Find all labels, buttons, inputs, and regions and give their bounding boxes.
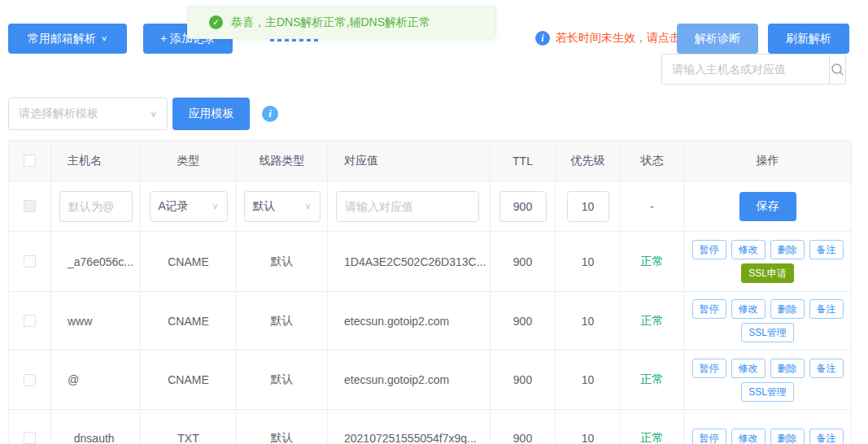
priority-input[interactable] — [567, 191, 609, 222]
note-button[interactable]: 备注 — [809, 240, 844, 259]
cell-value: 1D4A3E2C502C26D313C... — [328, 232, 491, 291]
cell-ttl: 900 — [491, 232, 556, 291]
cell-type: CNAME — [141, 350, 237, 409]
chevron-down-icon: ∨ — [212, 201, 218, 211]
notice-group: i 若长时间未生效，请点击： — [535, 31, 692, 46]
search-icon — [831, 63, 844, 76]
header-type: 类型 — [141, 141, 237, 181]
chevron-down-icon: ∨ — [150, 108, 157, 120]
ssl-manage-button[interactable]: SSL管理 — [741, 323, 794, 342]
delete-button[interactable]: 删除 — [770, 359, 805, 378]
ttl-input[interactable] — [499, 191, 547, 222]
row-checkbox[interactable] — [24, 315, 36, 327]
edit-button[interactable]: 修改 — [731, 240, 765, 259]
table-header-row: 主机名 类型 线路类型 对应值 TTL 优先级 状态 操作 — [9, 141, 851, 181]
cell-value: etecsun.gotoip2.com — [328, 292, 491, 350]
dns-records-page: 常用邮箱解析 ∨ + 添加记录 ✓ 恭喜，主DNS解析正常,辅DNS解析正常 i… — [0, 0, 868, 444]
record-type-value: A记录 — [159, 199, 189, 214]
delete-button[interactable]: 删除 — [770, 299, 805, 319]
pause-button[interactable]: 暂停 — [692, 299, 726, 319]
table-row: @ CNAME 默认 etecsun.gotoip2.com 900 10 正常… — [9, 350, 851, 410]
edit-button[interactable]: 修改 — [731, 299, 765, 319]
table-row: _dnsauth TXT 默认 202107251555054f7x9q... … — [9, 410, 851, 444]
cell-hostname: _dnsauth — [51, 410, 141, 444]
cell-type: TXT — [141, 410, 237, 444]
row-checkbox[interactable] — [24, 255, 36, 268]
cell-hostname: @ — [51, 350, 141, 409]
dns-records-table: 主机名 类型 线路类型 对应值 TTL 优先级 状态 操作 A记录 ∨ — [8, 140, 852, 444]
new-record-status: - — [621, 181, 684, 231]
cell-priority: 10 — [556, 232, 621, 291]
note-button[interactable]: 备注 — [809, 429, 844, 444]
cell-hostname: www — [51, 292, 141, 350]
ssl-apply-button[interactable]: SSL申请 — [741, 263, 794, 283]
cell-hostname: _a76e056c... — [51, 232, 141, 291]
record-value-input[interactable] — [336, 191, 479, 222]
search-input[interactable] — [662, 54, 829, 84]
status-badge: 正常 — [621, 350, 684, 409]
row-checkbox[interactable] — [24, 432, 36, 444]
edit-button[interactable]: 修改 — [731, 429, 765, 444]
save-button[interactable]: 保存 — [739, 192, 796, 221]
header-value: 对应值 — [328, 141, 491, 181]
search-box — [661, 54, 846, 85]
cell-value: etecsun.gotoip2.com — [328, 350, 491, 409]
cell-type: CNAME — [141, 292, 237, 350]
pause-button[interactable]: 暂停 — [692, 429, 726, 444]
cell-ttl: 900 — [491, 292, 556, 350]
chevron-down-icon: ∨ — [101, 34, 107, 42]
select-all-checkbox[interactable] — [24, 155, 36, 167]
delete-button[interactable]: 删除 — [770, 429, 805, 444]
cell-type: CNAME — [141, 232, 237, 291]
pause-button[interactable]: 暂停 — [692, 359, 726, 378]
template-select[interactable]: 请选择解析模板 ∨ — [8, 98, 168, 130]
search-button[interactable] — [829, 54, 845, 84]
header-ttl: TTL — [491, 141, 556, 181]
new-record-row: A记录 ∨ 默认 ∨ - 保存 — [9, 181, 851, 232]
template-info-icon: i — [262, 106, 278, 122]
edit-button[interactable]: 修改 — [731, 359, 765, 378]
cell-ttl: 900 — [491, 350, 556, 409]
refresh-resolution-button[interactable]: 刷新解析 — [768, 24, 849, 54]
cell-ttl: 900 — [491, 410, 556, 444]
toast-message: 恭喜，主DNS解析正常,辅DNS解析正常 — [231, 15, 430, 30]
success-check-icon: ✓ — [209, 15, 223, 29]
mail-button-label: 常用邮箱解析 — [28, 32, 96, 46]
cell-priority: 10 — [556, 292, 621, 350]
status-badge: 正常 — [621, 410, 684, 444]
common-mail-resolution-button[interactable]: 常用邮箱解析 ∨ — [8, 24, 127, 54]
note-button[interactable]: 备注 — [809, 299, 844, 319]
cell-line: 默认 — [237, 292, 328, 350]
cell-priority: 10 — [556, 350, 621, 409]
status-badge: 正常 — [621, 232, 684, 291]
hostname-input[interactable] — [59, 191, 133, 222]
pause-button[interactable]: 暂停 — [692, 240, 726, 259]
new-record-checkbox — [24, 200, 36, 212]
record-type-select[interactable]: A记录 ∨ — [150, 191, 228, 222]
apply-template-button[interactable]: 应用模板 — [172, 98, 250, 130]
chevron-down-icon: ∨ — [304, 201, 311, 211]
success-toast: ✓ 恭喜，主DNS解析正常,辅DNS解析正常 — [187, 6, 496, 39]
status-badge: 正常 — [621, 292, 684, 350]
cell-line: 默认 — [237, 350, 328, 409]
header-status: 状态 — [621, 141, 684, 181]
delete-button[interactable]: 删除 — [770, 240, 805, 259]
notice-text: 若长时间未生效，请点击： — [556, 31, 692, 46]
note-button[interactable]: 备注 — [809, 359, 844, 378]
table-row: _a76e056c... CNAME 默认 1D4A3E2C502C26D313… — [9, 232, 851, 292]
template-select-placeholder: 请选择解析模板 — [19, 107, 98, 121]
cell-line: 默认 — [237, 232, 328, 291]
ssl-manage-button[interactable]: SSL管理 — [741, 382, 794, 402]
line-type-select[interactable]: 默认 ∨ — [244, 191, 321, 222]
header-operations: 操作 — [684, 141, 851, 181]
line-type-value: 默认 — [253, 199, 276, 214]
header-hostname: 主机名 — [51, 141, 141, 181]
info-icon: i — [535, 31, 550, 46]
cell-priority: 10 — [556, 410, 621, 444]
row-checkbox[interactable] — [24, 374, 36, 386]
cell-line: 默认 — [237, 410, 328, 444]
resolution-diagnose-button[interactable]: 解析诊断 — [677, 24, 758, 54]
header-line-type: 线路类型 — [237, 141, 328, 181]
table-row: www CNAME 默认 etecsun.gotoip2.com 900 10 … — [9, 292, 851, 350]
cell-value: 202107251555054f7x9q... — [328, 410, 491, 444]
